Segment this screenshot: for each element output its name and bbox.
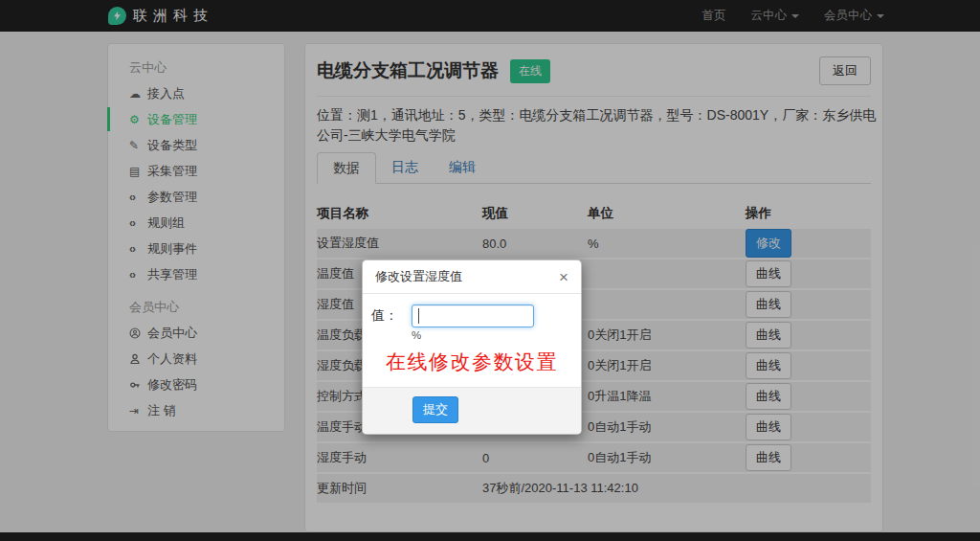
close-icon[interactable]: × xyxy=(559,269,568,285)
value-field-label: 值： xyxy=(371,307,412,325)
text-caret xyxy=(418,308,419,324)
value-input[interactable] xyxy=(412,304,534,327)
unit-hint: % xyxy=(412,329,572,341)
modal-message: 在线修改参数设置 xyxy=(371,349,572,375)
edit-value-modal: 修改设置湿度值 × 值： % 在线修改参数设置 提交 xyxy=(362,259,582,435)
modal-title: 修改设置湿度值 xyxy=(375,268,462,285)
submit-button[interactable]: 提交 xyxy=(412,396,458,423)
